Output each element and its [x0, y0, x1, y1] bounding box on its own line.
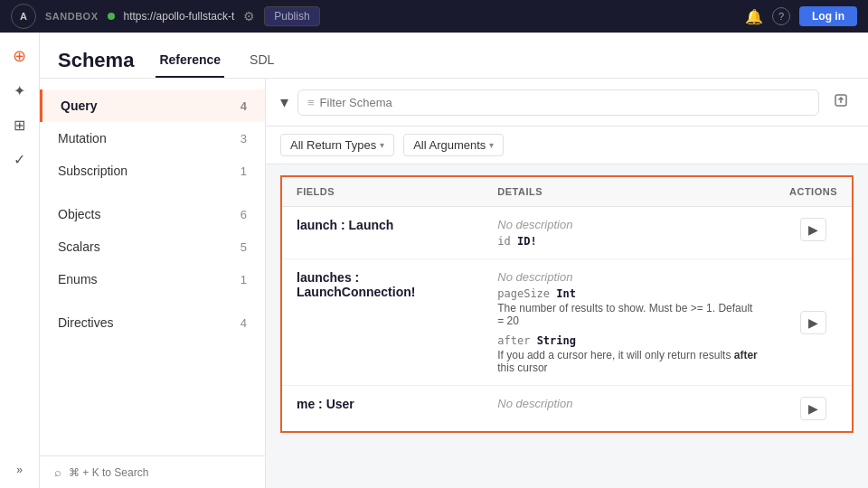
icon-nav: ⊕ ✦ ⊞ ✓ »	[0, 33, 40, 488]
sidebar-item-label: Directives	[58, 315, 113, 330]
body-layout: Query 4 Mutation 3 Subscription 1 Object…	[40, 79, 868, 488]
schema-header: Schema Reference SDL	[40, 33, 868, 79]
share-icon[interactable]	[828, 88, 854, 117]
field-name: launches : LaunchConnection!	[297, 270, 415, 299]
table-row: me : User No description ▶	[281, 386, 853, 433]
status-dot	[108, 13, 115, 20]
pill-label: All Arguments	[413, 138, 486, 152]
table-wrap: FIELDS DETAILS ACTIONS launch : Launch	[266, 164, 868, 488]
page-title: Schema	[58, 49, 134, 72]
filter-icon: ≡	[307, 96, 315, 109]
sidebar-item-directives[interactable]: Directives 4	[40, 306, 265, 339]
sidebar: Query 4 Mutation 3 Subscription 1 Object…	[40, 79, 266, 488]
login-button[interactable]: Log in	[799, 6, 857, 26]
sidebar-item-label: Subscription	[58, 164, 127, 178]
search-label: ⌘ + K to Search	[69, 466, 148, 479]
tab-sdl[interactable]: SDL	[246, 43, 278, 78]
sidebar-item-count: 4	[241, 316, 247, 330]
sidebar-item-count: 4	[241, 99, 247, 113]
param-row: id ID!	[497, 235, 760, 248]
sidebar-item-label: Query	[61, 99, 97, 113]
action-button[interactable]: ▶	[800, 311, 826, 334]
sidebar-item-label: Scalars	[58, 239, 100, 254]
tab-reference[interactable]: Reference	[156, 43, 224, 78]
sidebar-item-objects[interactable]: Objects 6	[40, 198, 265, 230]
col-details: DETAILS	[483, 176, 775, 207]
filter-pills: All Return Types ▾ All Arguments ▾	[266, 127, 868, 164]
table-row: launches : LaunchConnection! No descript…	[281, 259, 853, 386]
col-fields: FIELDS	[281, 176, 483, 207]
action-button[interactable]: ▶	[800, 397, 826, 420]
topbar: A SANDBOX https://apollo-fullstack-t ⚙ P…	[0, 0, 868, 33]
sidebar-item-label: Enums	[58, 272, 98, 286]
sidebar-item-query[interactable]: Query 4	[40, 89, 265, 122]
chevron-down-icon: ▾	[380, 140, 384, 150]
url-display: https://apollo-fullstack-t	[124, 10, 235, 23]
filter-bar: ▾ ≡	[266, 79, 868, 127]
search-icon: ⌕	[54, 465, 61, 479]
param-desc: If you add a cursor here, it will only r…	[497, 349, 760, 374]
field-description: No description	[497, 270, 760, 284]
logo[interactable]: A	[11, 4, 36, 29]
nav-plugins[interactable]: ✦	[5, 76, 34, 105]
sidebar-item-enums[interactable]: Enums 1	[40, 263, 265, 296]
main-content: ▾ ≡ All Return Types	[266, 79, 868, 488]
main-layout: ⊕ ✦ ⊞ ✓ » Schema Reference SDL Query 4 M…	[0, 33, 868, 488]
sidebar-item-label: Objects	[58, 207, 100, 221]
sidebar-item-mutation[interactable]: Mutation 3	[40, 122, 265, 155]
pill-arguments[interactable]: All Arguments ▾	[403, 134, 504, 156]
nav-logo[interactable]: ⊕	[5, 42, 34, 70]
field-name: me : User	[297, 397, 354, 411]
pill-label: All Return Types	[290, 138, 376, 152]
col-actions: ACTIONS	[775, 176, 853, 207]
sidebar-item-count: 1	[241, 273, 247, 286]
field-name: launch : Launch	[297, 218, 393, 232]
field-description: No description	[497, 218, 760, 231]
action-button[interactable]: ▶	[800, 218, 826, 241]
nav-add[interactable]: ⊞	[5, 110, 34, 139]
field-description: No description	[497, 397, 760, 410]
chevron-down-icon: ▾	[489, 140, 494, 150]
sidebar-item-count: 5	[241, 240, 247, 254]
sidebar-item-count: 3	[241, 132, 247, 145]
publish-button[interactable]: Publish	[264, 6, 319, 26]
filter-toggle-icon[interactable]: ▾	[280, 92, 288, 112]
param-row: after String	[497, 334, 760, 347]
param-desc: The number of results to show. Must be >…	[497, 302, 760, 327]
table-row: launch : Launch No description id ID!	[281, 207, 853, 259]
nav-check[interactable]: ✓	[5, 145, 34, 174]
settings-icon[interactable]: ⚙	[243, 9, 255, 23]
sidebar-item-subscription[interactable]: Subscription 1	[40, 155, 265, 187]
bell-icon[interactable]: 🔔	[745, 8, 763, 25]
filter-input[interactable]	[320, 96, 809, 109]
sidebar-item-label: Mutation	[58, 131, 107, 145]
nav-expand[interactable]: »	[5, 459, 34, 488]
content-area: Schema Reference SDL Query 4 Mutation 3 …	[40, 33, 868, 488]
filter-input-wrap: ≡	[297, 89, 819, 116]
sidebar-item-count: 6	[241, 208, 247, 221]
schema-table: FIELDS DETAILS ACTIONS launch : Launch	[280, 175, 854, 433]
sidebar-item-count: 1	[241, 164, 247, 178]
help-icon[interactable]: ?	[772, 7, 790, 25]
sandbox-label: SANDBOX	[45, 11, 99, 22]
sidebar-item-scalars[interactable]: Scalars 5	[40, 230, 265, 263]
pill-return-types[interactable]: All Return Types ▾	[280, 134, 394, 156]
sidebar-search[interactable]: ⌕ ⌘ + K to Search	[40, 455, 265, 488]
param-row: pageSize Int	[497, 287, 760, 300]
